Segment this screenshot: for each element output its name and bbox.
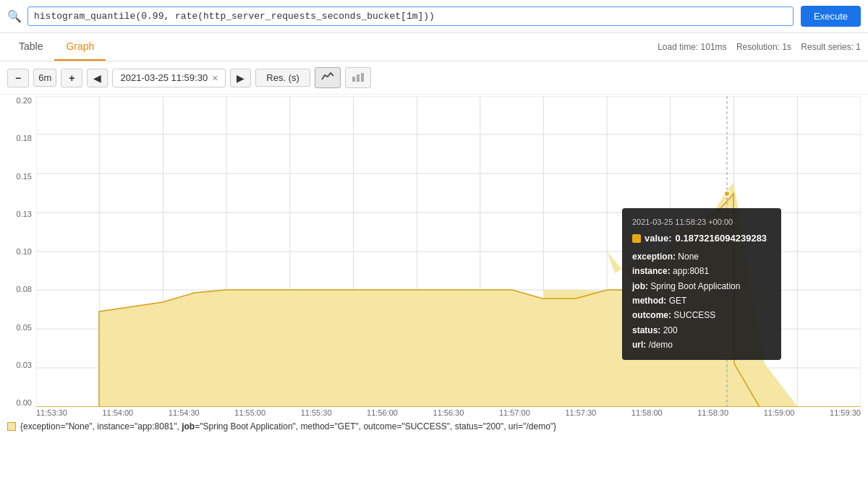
line-chart-icon (321, 71, 334, 82)
y-axis: 0.20 0.18 0.15 0.13 0.10 0.08 0.05 0.03 … (7, 96, 36, 407)
y-label: 0.18 (17, 134, 32, 142)
svg-rect-2 (361, 73, 364, 82)
line-chart-button[interactable] (315, 67, 341, 88)
y-label: 0.15 (17, 172, 32, 181)
x-label: 11:53:30 (36, 408, 67, 417)
x-label: 11:54:30 (169, 408, 200, 417)
x-label: 11:54:00 (102, 408, 133, 417)
datetime-value: 2021-03-25 11:59:30 (120, 72, 208, 83)
y-label: 0.10 (17, 247, 32, 256)
resolution-button[interactable]: Res. (s) (255, 69, 310, 87)
search-bar: 🔍 Execute (0, 0, 868, 33)
x-axis: 11:53:30 11:54:00 11:54:30 11:55:00 11:5… (36, 407, 861, 417)
x-label: 11:55:30 (301, 408, 332, 417)
x-label: 11:57:00 (499, 408, 530, 417)
tab-table[interactable]: Table (7, 33, 54, 61)
execute-button[interactable]: Execute (801, 6, 861, 27)
stacked-chart-icon (352, 71, 365, 82)
svg-rect-1 (357, 74, 359, 82)
clear-datetime-button[interactable]: × (212, 72, 218, 84)
x-label: 11:59:00 (764, 408, 795, 417)
tab-graph[interactable]: Graph (54, 33, 106, 61)
svg-rect-0 (352, 77, 355, 82)
duration-label: 6m (33, 69, 56, 87)
x-label: 11:59:30 (830, 408, 861, 417)
x-label: 11:58:00 (631, 408, 663, 417)
y-label: 0.05 (17, 323, 32, 332)
legend-text: {exception="None", instance="app:8081", … (20, 421, 556, 432)
chart-wrap: 0.20 0.18 0.15 0.13 0.10 0.08 0.05 0.03 … (7, 96, 861, 407)
x-label: 11:58:30 (697, 408, 728, 417)
y-label: 0.03 (17, 361, 32, 369)
load-time: Load time: 101ms (658, 42, 726, 52)
x-label: 11:56:00 (367, 408, 398, 417)
chart-container: 0.20 0.18 0.15 0.13 0.10 0.08 0.05 0.03 … (0, 96, 868, 417)
resolution: Resolution: 1s (736, 42, 791, 52)
chart-svg[interactable] (36, 96, 861, 407)
time-display: 2021-03-25 11:59:30 × (112, 69, 226, 87)
svg-point-27 (724, 191, 730, 197)
chart-svg-wrap: 2021-03-25 11:58:23 +00:00 value: 0.1873… (36, 96, 861, 407)
tabs-row: Table Graph Load time: 101ms Resolution:… (0, 33, 868, 61)
y-label: 0.08 (17, 285, 32, 293)
arrow-left-button[interactable]: ◀ (87, 69, 108, 87)
controls-row: − 6m + ◀ 2021-03-25 11:59:30 × ▶ Res. (s… (0, 61, 868, 95)
x-label: 11:56:30 (433, 408, 464, 417)
tabs: Table Graph (7, 33, 106, 61)
tabs-meta: Load time: 101ms Resolution: 1s Result s… (658, 42, 861, 52)
legend-job-key: job (182, 421, 195, 432)
y-label: 0.20 (17, 96, 32, 105)
result-series: Result series: 1 (801, 42, 861, 52)
minus-button[interactable]: − (7, 69, 29, 87)
plus-button[interactable]: + (61, 69, 82, 87)
y-label: 0.13 (17, 210, 32, 218)
y-label: 0.00 (17, 398, 32, 407)
search-icon: 🔍 (7, 9, 22, 23)
stacked-chart-button[interactable] (345, 67, 371, 88)
legend: {exception="None", instance="app:8081", … (0, 417, 868, 436)
x-label: 11:57:30 (565, 408, 596, 417)
search-input[interactable] (27, 7, 793, 26)
legend-swatch (7, 422, 16, 431)
arrow-right-button[interactable]: ▶ (230, 69, 251, 87)
x-label: 11:55:00 (234, 408, 265, 417)
